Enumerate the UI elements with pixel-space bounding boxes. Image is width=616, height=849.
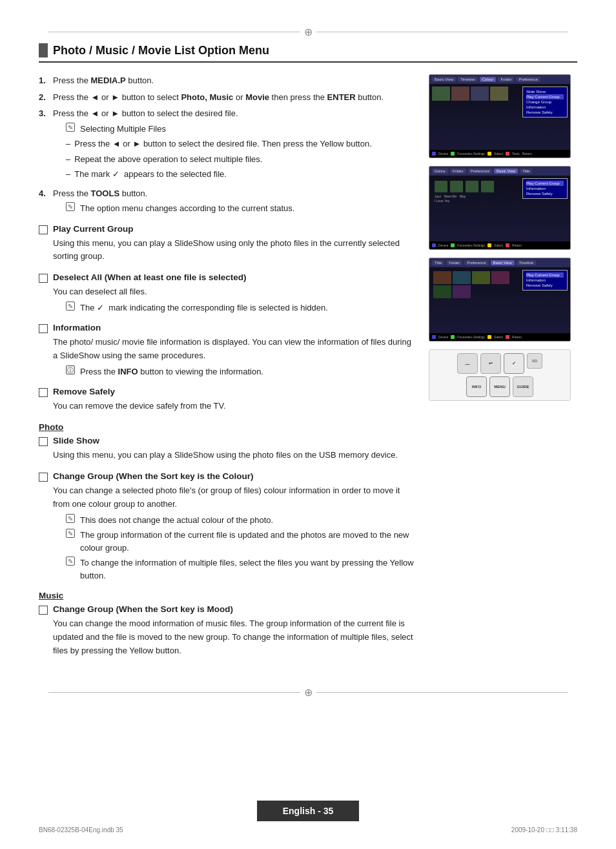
- checkbox-title-3: Information: [53, 323, 101, 332]
- dash-3: –: [66, 168, 70, 181]
- tv-menu-music: Play Current Group Information Remove Sa…: [522, 178, 568, 199]
- music-labels: Jazz Want Me Way I Love You: [435, 194, 513, 203]
- tv-btn-blue-m: [432, 243, 436, 247]
- tv-menu-movie: Play Current Group Information Remove Sa…: [522, 270, 568, 291]
- checkbox-body-5: Using this menu, you can play a SlideSho…: [53, 449, 416, 462]
- change-group-note-3: ✎ To change the information of multiple …: [66, 557, 416, 582]
- remote-btn-check: ✓: [504, 353, 524, 374]
- step-3-sublist: – Press the ◄ or ► button to select the …: [66, 138, 372, 181]
- checkbox-icon-2: [39, 274, 48, 283]
- step-3-bullet-3: – The mark ✓ appears to the selected fil…: [66, 168, 372, 181]
- tv-thumbnails-photo: [432, 87, 509, 101]
- step-1: 1. Press the MEDIA.P button.: [39, 74, 416, 87]
- tv-menu-slide-show: Slide Show: [526, 89, 564, 94]
- checkbox-remove-safely: Remove Safely You can remove the device …: [39, 387, 416, 413]
- tv-tab-genre: Genre: [432, 169, 448, 174]
- step-3-number: 3.: [39, 107, 49, 183]
- step-3-note: ✎ Selecting Multiple Files: [66, 123, 372, 136]
- footer-right-text: 2009-10-20 □□ 3:11:38: [511, 826, 577, 834]
- music-items: [435, 181, 513, 192]
- checkbox-title-5: Slide Show: [53, 436, 99, 445]
- note-icon-3: ✎: [66, 302, 75, 311]
- tv-thumb-4: [490, 87, 508, 101]
- music-icon-1: [435, 181, 447, 192]
- checkbox-slide-show: Slide Show Using this menu, you can play…: [39, 436, 416, 462]
- music-icon-4: [481, 181, 494, 192]
- music-icon-2: [450, 181, 463, 192]
- page-container: ⊕ Photo / Music / Movie List Option Menu…: [0, 0, 616, 849]
- step-4-note-text: The option menu changes according to the…: [80, 202, 294, 215]
- checkbox-body-text-6: You can change a selected photo file's (…: [53, 484, 416, 511]
- music-list: Jazz Want Me Way I Love You: [432, 178, 516, 206]
- step-3-text: Press the ◄ or ► button to select the de…: [53, 108, 238, 118]
- checkbox-body-text-4: You can remove the device safely from th…: [53, 400, 416, 413]
- tv-screen-photo: Basic View Timeline Colour Folder Prefer…: [429, 75, 570, 158]
- movie-thumb-2: [453, 271, 471, 284]
- info-note-text: Press the INFO button to viewing the inf…: [80, 365, 263, 378]
- tv-btn-red: [506, 152, 509, 156]
- movie-thumb-4: [491, 271, 509, 284]
- step-4-text: Press the TOOLS button.: [53, 189, 147, 198]
- tv-tab-timeline: Timeline: [458, 77, 477, 82]
- checkbox-title-4: Remove Safely: [53, 387, 115, 396]
- step-3-content: Press the ◄ or ► button to select the de…: [53, 107, 372, 183]
- tv-label-tools: Tools: [512, 152, 520, 156]
- tv-btn-blue: [432, 152, 436, 156]
- tv-tab-title-m: Title: [520, 169, 532, 174]
- page-bottom-decoration: ⊕: [39, 686, 577, 699]
- tv-btn-yellow: [488, 152, 491, 156]
- tv-menu-play-current-m: Play Current Group: [526, 181, 564, 186]
- checkbox-icon-6: [39, 473, 48, 482]
- checkbox-icon-5: [39, 437, 48, 446]
- checkbox-body-text-5: Using this menu, you can play a SlideSho…: [53, 449, 416, 462]
- checkbox-information: Information The photo/ music/ movie file…: [39, 323, 416, 378]
- checkbox-header-6: Change Group (When the Sort key is the C…: [39, 471, 416, 482]
- change-group-note-1: ✎ This does not change the actual colour…: [66, 514, 416, 527]
- tv-btn-green: [451, 152, 455, 156]
- photo-section-label: Photo: [39, 422, 416, 432]
- step-2-number: 2.: [39, 91, 49, 104]
- remote-btn-return: ↩: [480, 353, 501, 374]
- checkbox-icon-1: [39, 225, 48, 234]
- tv-menu-information-mv: Information: [526, 278, 564, 283]
- remote-control: — ↩ ✓ SD INFO MENU GUIDE: [429, 349, 571, 401]
- tv-menu-information-1: Information: [526, 105, 564, 110]
- remote-top-row: — ↩ ✓ SD INFO MENU GUIDE: [457, 353, 542, 397]
- checkbox-icon-3: [39, 324, 48, 333]
- title-bar-decoration: [39, 43, 48, 57]
- step-2-text: Press the ◄ or ► button to select Photo,…: [53, 91, 384, 104]
- step-3-bullet-1: – Press the ◄ or ► button to select the …: [66, 138, 372, 150]
- tv-tab-title-mv: Title: [432, 260, 444, 265]
- checkbox-header-3: Information: [39, 323, 416, 333]
- checkbox-title-6: Change Group (When the Sort key is the C…: [53, 471, 254, 481]
- movie-thumb-3: [472, 271, 490, 284]
- checkbox-header-5: Slide Show: [39, 436, 416, 446]
- tv-menu-remove-safely-mv: Remove Safely: [526, 283, 564, 288]
- checkbox-icon-7: [39, 606, 48, 615]
- tv-tab-pref-mv: Preference: [464, 260, 488, 265]
- movie-thumb-5: [433, 285, 451, 298]
- step-4-note: ✎ The option menu changes according to t…: [66, 202, 294, 215]
- note-icon-4: ✎: [66, 514, 75, 523]
- tv-tab-folder-mv: Folder: [446, 260, 462, 265]
- step-1-text: Press the MEDIA.P button.: [53, 74, 154, 87]
- tv-menu-play-current: Play Current Group: [526, 94, 564, 99]
- movie-thumb-6: [453, 285, 471, 298]
- tv-bottom-bar-music: Device Favourites Settings Select Return: [429, 241, 570, 249]
- tv-thumb-3: [471, 87, 489, 101]
- screenshot-music: Genre Folder Preference Basic View Title: [429, 166, 571, 250]
- tv-tab-folder-m: Folder: [450, 169, 466, 174]
- tv-label-favs: Favourites Settings: [457, 152, 485, 156]
- tv-label-select: Select: [494, 152, 503, 156]
- step-3-bullet-2: – Repeat the above operation to select m…: [66, 153, 372, 166]
- step-1-number: 1.: [39, 74, 49, 87]
- note-icon-6: ✎: [66, 557, 75, 566]
- tv-btn-blue-mv: [432, 335, 436, 339]
- step-4: 4. Press the TOOLS button. ✎ The option …: [39, 187, 416, 215]
- note-icon-2: ✎: [66, 202, 75, 211]
- numbered-list: 1. Press the MEDIA.P button. 2. Press th…: [39, 74, 416, 215]
- footer-left-text: BN68-02325B-04Eng.indb 35: [39, 826, 123, 834]
- tv-btn-green-m: [451, 243, 455, 247]
- tv-screen-music: Genre Folder Preference Basic View Title: [429, 167, 570, 249]
- movie-thumbs: [432, 270, 516, 300]
